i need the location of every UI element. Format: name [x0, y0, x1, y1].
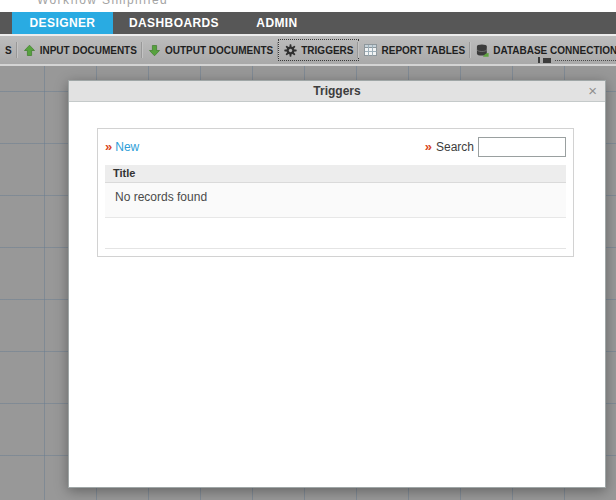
- dialog-title: Triggers: [313, 84, 360, 98]
- table-header-title: Title: [105, 165, 566, 183]
- green-arrow-down-icon: [148, 44, 161, 57]
- panel-toolbar: » New » Search: [98, 129, 573, 165]
- new-trigger-button[interactable]: » New: [105, 140, 139, 154]
- tab-designer[interactable]: DESIGNER: [12, 12, 113, 34]
- search-label: Search: [436, 140, 474, 154]
- close-icon[interactable]: ×: [588, 81, 597, 101]
- handle-mark: [543, 58, 551, 63]
- designer-toolbar: S INPUT DOCUMENTS OUTPUT DOCUMENTS: [0, 34, 616, 66]
- toolbar-item-clipped-left[interactable]: S: [0, 40, 17, 60]
- tab-dashboards[interactable]: DASHBOARDS: [113, 12, 235, 34]
- toolbar-item-label: REPORT TABLES: [381, 45, 465, 56]
- chevron-right-icon: »: [425, 142, 432, 152]
- green-arrow-up-icon: [23, 44, 36, 57]
- toolbar-item-input-documents[interactable]: INPUT DOCUMENTS: [18, 40, 142, 60]
- toolbar-item-label: TRIGGERS: [301, 45, 353, 56]
- triggers-table: Title No records found: [105, 165, 566, 249]
- toolbar-item-label: OUTPUT DOCUMENTS: [165, 45, 273, 56]
- toolbar-item-triggers[interactable]: TRIGGERS: [279, 40, 358, 60]
- toolbar-item-clipped-label: S: [5, 45, 12, 56]
- branding-strip: Workflow Simplified: [0, 0, 616, 12]
- dialog-body: » New » Search Title No records found: [69, 102, 605, 487]
- brand-tagline: Workflow Simplified: [37, 0, 168, 7]
- toolbar-item-output-documents[interactable]: OUTPUT DOCUMENTS: [143, 40, 278, 60]
- toolbar-item-label: DATABASE CONNECTIONS: [493, 45, 616, 56]
- dotted-selection-line: [555, 60, 616, 61]
- dialog-titlebar[interactable]: Triggers ×: [69, 81, 605, 102]
- table-grid-icon: [364, 44, 377, 56]
- database-icon: [476, 44, 489, 57]
- canvas-element-handle: [538, 57, 616, 63]
- table-empty-row: No records found: [105, 183, 566, 218]
- triggers-list-panel: » New » Search Title No records found: [97, 128, 574, 257]
- table-filler-area: [105, 218, 566, 249]
- gear-icon: [284, 44, 297, 57]
- toolbar-item-label: INPUT DOCUMENTS: [40, 45, 137, 56]
- main-nav-bar: DESIGNER DASHBOARDS ADMIN: [0, 12, 616, 34]
- chevron-right-icon: »: [105, 142, 112, 152]
- handle-mark: [538, 57, 540, 63]
- toolbar-item-report-tables[interactable]: REPORT TABLES: [359, 40, 470, 60]
- new-trigger-label: New: [115, 140, 139, 154]
- search-group: » Search: [425, 137, 566, 157]
- search-input[interactable]: [478, 137, 566, 157]
- triggers-dialog: Triggers × » New » Search Title: [68, 80, 606, 488]
- tab-admin[interactable]: ADMIN: [235, 12, 319, 34]
- processmaker-designer-app: Workflow Simplified DESIGNER DASHBOARDS …: [0, 0, 616, 500]
